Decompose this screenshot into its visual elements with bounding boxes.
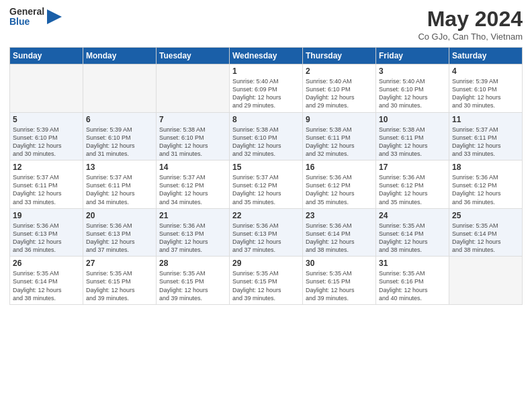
day-info: Sunrise: 5:36 AM Sunset: 6:14 PM Dayligh… [306, 222, 373, 255]
day-number: 19 [13, 211, 80, 220]
day-info: Sunrise: 5:35 AM Sunset: 6:14 PM Dayligh… [13, 269, 80, 302]
day-info: Sunrise: 5:38 AM Sunset: 6:11 PM Dayligh… [379, 126, 446, 158]
table-row: 14Sunrise: 5:37 AM Sunset: 6:12 PM Dayli… [157, 161, 230, 209]
day-number: 2 [306, 66, 373, 76]
calendar-table: Sunday Monday Tuesday Wednesday Thursday… [9, 47, 523, 305]
calendar-week-row: 19Sunrise: 5:36 AM Sunset: 6:13 PM Dayli… [10, 208, 523, 257]
day-info: Sunrise: 5:38 AM Sunset: 6:10 PM Dayligh… [159, 126, 226, 158]
day-info: Sunrise: 5:35 AM Sunset: 6:14 PM Dayligh… [379, 222, 446, 255]
table-row: 28Sunrise: 5:35 AM Sunset: 6:15 PM Dayli… [157, 257, 230, 305]
table-row: 20Sunrise: 5:36 AM Sunset: 6:13 PM Dayli… [83, 208, 157, 257]
table-row: 19Sunrise: 5:36 AM Sunset: 6:13 PM Dayli… [10, 208, 83, 257]
day-number: 28 [159, 259, 226, 268]
table-row: 6Sunrise: 5:39 AM Sunset: 6:10 PM Daylig… [83, 112, 157, 161]
day-number: 29 [232, 259, 300, 268]
table-row: 3Sunrise: 5:40 AM Sunset: 6:10 PM Daylig… [376, 64, 449, 113]
col-wednesday: Wednesday [230, 48, 303, 64]
col-sunday: Sunday [10, 48, 83, 64]
day-info: Sunrise: 5:39 AM Sunset: 6:10 PM Dayligh… [452, 77, 519, 110]
day-number: 11 [452, 115, 519, 124]
day-number: 27 [86, 259, 153, 268]
day-info: Sunrise: 5:36 AM Sunset: 6:12 PM Dayligh… [452, 173, 519, 206]
header: General Blue May 2024 Co GJo, Can Tho, V… [9, 7, 523, 42]
day-info: Sunrise: 5:35 AM Sunset: 6:15 PM Dayligh… [159, 269, 226, 302]
day-number: 14 [159, 163, 226, 172]
table-row: 2Sunrise: 5:40 AM Sunset: 6:10 PM Daylig… [303, 64, 376, 113]
table-row [449, 257, 523, 305]
table-row: 22Sunrise: 5:36 AM Sunset: 6:13 PM Dayli… [230, 208, 303, 257]
day-info: Sunrise: 5:39 AM Sunset: 6:10 PM Dayligh… [86, 126, 153, 158]
day-number: 18 [452, 163, 519, 172]
day-number: 26 [13, 259, 80, 268]
table-row: 27Sunrise: 5:35 AM Sunset: 6:15 PM Dayli… [83, 257, 157, 305]
calendar-week-row: 1Sunrise: 5:40 AM Sunset: 6:09 PM Daylig… [10, 64, 523, 113]
day-number: 7 [159, 115, 226, 124]
logo-line1: General [9, 7, 44, 17]
logo: General Blue [9, 7, 62, 28]
table-row: 5Sunrise: 5:39 AM Sunset: 6:10 PM Daylig… [10, 112, 83, 161]
day-number: 3 [379, 66, 446, 76]
table-row: 29Sunrise: 5:35 AM Sunset: 6:15 PM Dayli… [230, 257, 303, 305]
table-row: 4Sunrise: 5:39 AM Sunset: 6:10 PM Daylig… [449, 64, 523, 113]
col-tuesday: Tuesday [157, 48, 230, 64]
day-info: Sunrise: 5:36 AM Sunset: 6:13 PM Dayligh… [86, 222, 153, 255]
table-row: 18Sunrise: 5:36 AM Sunset: 6:12 PM Dayli… [449, 161, 523, 209]
month-title: May 2024 [418, 7, 523, 32]
table-row: 26Sunrise: 5:35 AM Sunset: 6:14 PM Dayli… [10, 257, 83, 305]
day-info: Sunrise: 5:40 AM Sunset: 6:10 PM Dayligh… [379, 77, 446, 110]
day-number: 13 [86, 163, 153, 172]
day-info: Sunrise: 5:36 AM Sunset: 6:13 PM Dayligh… [232, 222, 300, 255]
logo-triangle-icon [47, 9, 62, 24]
day-number: 22 [232, 211, 300, 220]
table-row: 23Sunrise: 5:36 AM Sunset: 6:14 PM Dayli… [303, 208, 376, 257]
day-number: 31 [379, 259, 446, 268]
day-info: Sunrise: 5:36 AM Sunset: 6:12 PM Dayligh… [306, 173, 373, 206]
col-friday: Friday [376, 48, 449, 64]
day-number: 15 [232, 163, 300, 172]
day-info: Sunrise: 5:40 AM Sunset: 6:09 PM Dayligh… [232, 77, 300, 110]
table-row: 21Sunrise: 5:36 AM Sunset: 6:13 PM Dayli… [157, 208, 230, 257]
svg-marker-0 [47, 9, 62, 24]
day-number: 20 [86, 211, 153, 220]
col-saturday: Saturday [449, 48, 523, 64]
day-info: Sunrise: 5:37 AM Sunset: 6:12 PM Dayligh… [232, 173, 300, 206]
day-number: 17 [379, 163, 446, 172]
table-row: 31Sunrise: 5:35 AM Sunset: 6:16 PM Dayli… [376, 257, 449, 305]
day-info: Sunrise: 5:39 AM Sunset: 6:10 PM Dayligh… [13, 126, 80, 158]
logo-text: General Blue [9, 7, 62, 28]
table-row: 15Sunrise: 5:37 AM Sunset: 6:12 PM Dayli… [230, 161, 303, 209]
day-info: Sunrise: 5:40 AM Sunset: 6:10 PM Dayligh… [306, 77, 373, 110]
table-row: 25Sunrise: 5:35 AM Sunset: 6:14 PM Dayli… [449, 208, 523, 257]
table-row [83, 64, 157, 113]
location-subtitle: Co GJo, Can Tho, Vietnam [418, 32, 523, 42]
calendar-week-row: 26Sunrise: 5:35 AM Sunset: 6:14 PM Dayli… [10, 257, 523, 305]
table-row: 17Sunrise: 5:36 AM Sunset: 6:12 PM Dayli… [376, 161, 449, 209]
day-number: 24 [379, 211, 446, 220]
table-row: 9Sunrise: 5:38 AM Sunset: 6:11 PM Daylig… [303, 112, 376, 161]
title-block: May 2024 Co GJo, Can Tho, Vietnam [418, 7, 523, 42]
col-monday: Monday [83, 48, 157, 64]
day-info: Sunrise: 5:37 AM Sunset: 6:11 PM Dayligh… [86, 173, 153, 206]
day-info: Sunrise: 5:35 AM Sunset: 6:15 PM Dayligh… [232, 269, 300, 302]
day-number: 4 [452, 66, 519, 76]
day-number: 5 [13, 115, 80, 124]
logo-line2: Blue [9, 17, 44, 27]
day-number: 1 [232, 66, 300, 76]
day-number: 21 [159, 211, 226, 220]
day-number: 12 [13, 163, 80, 172]
day-info: Sunrise: 5:37 AM Sunset: 6:11 PM Dayligh… [13, 173, 80, 206]
table-row [157, 64, 230, 113]
day-number: 23 [306, 211, 373, 220]
calendar-week-row: 12Sunrise: 5:37 AM Sunset: 6:11 PM Dayli… [10, 161, 523, 209]
table-row: 24Sunrise: 5:35 AM Sunset: 6:14 PM Dayli… [376, 208, 449, 257]
day-info: Sunrise: 5:36 AM Sunset: 6:13 PM Dayligh… [13, 222, 80, 255]
table-row [10, 64, 83, 113]
day-number: 30 [306, 259, 373, 268]
day-number: 10 [379, 115, 446, 124]
day-number: 16 [306, 163, 373, 172]
day-info: Sunrise: 5:35 AM Sunset: 6:15 PM Dayligh… [86, 269, 153, 302]
table-row: 7Sunrise: 5:38 AM Sunset: 6:10 PM Daylig… [157, 112, 230, 161]
day-info: Sunrise: 5:36 AM Sunset: 6:12 PM Dayligh… [379, 173, 446, 206]
day-info: Sunrise: 5:37 AM Sunset: 6:12 PM Dayligh… [159, 173, 226, 206]
page: General Blue May 2024 Co GJo, Can Tho, V… [0, 0, 532, 312]
